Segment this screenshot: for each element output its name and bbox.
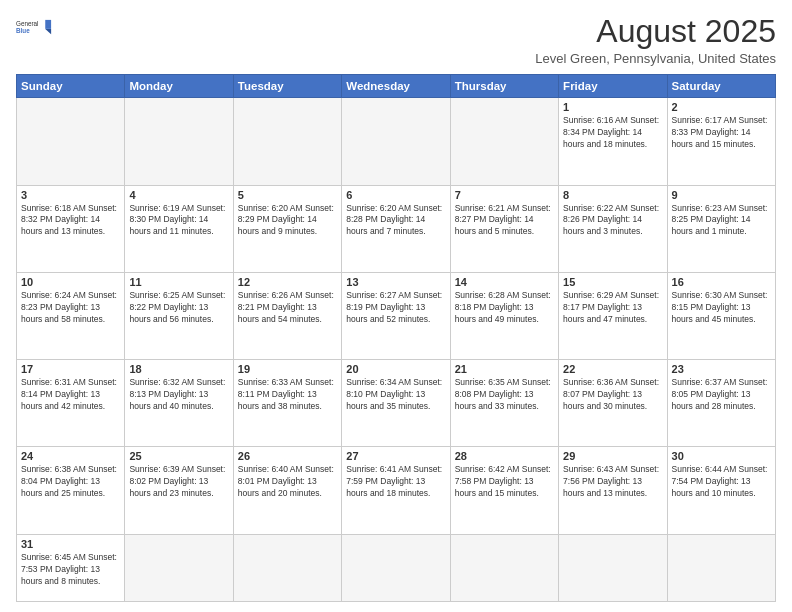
day-number: 15 xyxy=(563,276,662,288)
day-number: 16 xyxy=(672,276,771,288)
day-info: Sunrise: 6:33 AM Sunset: 8:11 PM Dayligh… xyxy=(238,377,337,413)
day-info: Sunrise: 6:38 AM Sunset: 8:04 PM Dayligh… xyxy=(21,464,120,500)
day-number: 18 xyxy=(129,363,228,375)
day-info: Sunrise: 6:20 AM Sunset: 8:28 PM Dayligh… xyxy=(346,203,445,239)
month-year: August 2025 xyxy=(535,14,776,49)
table-row: 16Sunrise: 6:30 AM Sunset: 8:15 PM Dayli… xyxy=(667,272,775,359)
day-number: 24 xyxy=(21,450,120,462)
table-row: 30Sunrise: 6:44 AM Sunset: 7:54 PM Dayli… xyxy=(667,447,775,534)
day-info: Sunrise: 6:42 AM Sunset: 7:58 PM Dayligh… xyxy=(455,464,554,500)
day-info: Sunrise: 6:45 AM Sunset: 7:53 PM Dayligh… xyxy=(21,552,120,588)
table-row: 13Sunrise: 6:27 AM Sunset: 8:19 PM Dayli… xyxy=(342,272,450,359)
day-number: 14 xyxy=(455,276,554,288)
day-number: 9 xyxy=(672,189,771,201)
table-row: 26Sunrise: 6:40 AM Sunset: 8:01 PM Dayli… xyxy=(233,447,341,534)
table-row: 9Sunrise: 6:23 AM Sunset: 8:25 PM Daylig… xyxy=(667,185,775,272)
table-row: 19Sunrise: 6:33 AM Sunset: 8:11 PM Dayli… xyxy=(233,360,341,447)
day-info: Sunrise: 6:32 AM Sunset: 8:13 PM Dayligh… xyxy=(129,377,228,413)
table-row xyxy=(667,534,775,601)
table-row: 24Sunrise: 6:38 AM Sunset: 8:04 PM Dayli… xyxy=(17,447,125,534)
day-number: 10 xyxy=(21,276,120,288)
table-row xyxy=(125,98,233,185)
day-number: 1 xyxy=(563,101,662,113)
table-row xyxy=(233,534,341,601)
table-row xyxy=(559,534,667,601)
day-number: 21 xyxy=(455,363,554,375)
day-info: Sunrise: 6:41 AM Sunset: 7:59 PM Dayligh… xyxy=(346,464,445,500)
day-info: Sunrise: 6:35 AM Sunset: 8:08 PM Dayligh… xyxy=(455,377,554,413)
day-number: 23 xyxy=(672,363,771,375)
table-row: 10Sunrise: 6:24 AM Sunset: 8:23 PM Dayli… xyxy=(17,272,125,359)
svg-text:Blue: Blue xyxy=(16,27,30,34)
day-number: 2 xyxy=(672,101,771,113)
day-info: Sunrise: 6:22 AM Sunset: 8:26 PM Dayligh… xyxy=(563,203,662,239)
day-number: 12 xyxy=(238,276,337,288)
col-wednesday: Wednesday xyxy=(342,75,450,98)
table-row: 17Sunrise: 6:31 AM Sunset: 8:14 PM Dayli… xyxy=(17,360,125,447)
svg-marker-3 xyxy=(45,29,51,34)
page: GeneralBlue August 2025 Level Green, Pen… xyxy=(0,0,792,612)
day-number: 17 xyxy=(21,363,120,375)
day-info: Sunrise: 6:39 AM Sunset: 8:02 PM Dayligh… xyxy=(129,464,228,500)
day-number: 19 xyxy=(238,363,337,375)
day-number: 7 xyxy=(455,189,554,201)
day-info: Sunrise: 6:43 AM Sunset: 7:56 PM Dayligh… xyxy=(563,464,662,500)
day-info: Sunrise: 6:34 AM Sunset: 8:10 PM Dayligh… xyxy=(346,377,445,413)
table-row xyxy=(342,534,450,601)
calendar-table: Sunday Monday Tuesday Wednesday Thursday… xyxy=(16,74,776,602)
table-row: 21Sunrise: 6:35 AM Sunset: 8:08 PM Dayli… xyxy=(450,360,558,447)
table-row xyxy=(450,534,558,601)
table-row: 5Sunrise: 6:20 AM Sunset: 8:29 PM Daylig… xyxy=(233,185,341,272)
table-row: 4Sunrise: 6:19 AM Sunset: 8:30 PM Daylig… xyxy=(125,185,233,272)
table-row xyxy=(233,98,341,185)
day-info: Sunrise: 6:44 AM Sunset: 7:54 PM Dayligh… xyxy=(672,464,771,500)
day-number: 6 xyxy=(346,189,445,201)
day-number: 11 xyxy=(129,276,228,288)
day-number: 29 xyxy=(563,450,662,462)
day-info: Sunrise: 6:21 AM Sunset: 8:27 PM Dayligh… xyxy=(455,203,554,239)
col-tuesday: Tuesday xyxy=(233,75,341,98)
day-number: 13 xyxy=(346,276,445,288)
title-block: August 2025 Level Green, Pennsylvania, U… xyxy=(535,14,776,66)
col-monday: Monday xyxy=(125,75,233,98)
day-number: 26 xyxy=(238,450,337,462)
table-row: 2Sunrise: 6:17 AM Sunset: 8:33 PM Daylig… xyxy=(667,98,775,185)
col-friday: Friday xyxy=(559,75,667,98)
table-row: 11Sunrise: 6:25 AM Sunset: 8:22 PM Dayli… xyxy=(125,272,233,359)
table-row: 18Sunrise: 6:32 AM Sunset: 8:13 PM Dayli… xyxy=(125,360,233,447)
table-row: 29Sunrise: 6:43 AM Sunset: 7:56 PM Dayli… xyxy=(559,447,667,534)
day-info: Sunrise: 6:20 AM Sunset: 8:29 PM Dayligh… xyxy=(238,203,337,239)
day-info: Sunrise: 6:24 AM Sunset: 8:23 PM Dayligh… xyxy=(21,290,120,326)
logo: GeneralBlue xyxy=(16,14,52,42)
calendar-header-row: Sunday Monday Tuesday Wednesday Thursday… xyxy=(17,75,776,98)
table-row: 22Sunrise: 6:36 AM Sunset: 8:07 PM Dayli… xyxy=(559,360,667,447)
day-info: Sunrise: 6:31 AM Sunset: 8:14 PM Dayligh… xyxy=(21,377,120,413)
day-info: Sunrise: 6:37 AM Sunset: 8:05 PM Dayligh… xyxy=(672,377,771,413)
table-row: 28Sunrise: 6:42 AM Sunset: 7:58 PM Dayli… xyxy=(450,447,558,534)
table-row: 20Sunrise: 6:34 AM Sunset: 8:10 PM Dayli… xyxy=(342,360,450,447)
table-row: 3Sunrise: 6:18 AM Sunset: 8:32 PM Daylig… xyxy=(17,185,125,272)
day-number: 27 xyxy=(346,450,445,462)
table-row: 31Sunrise: 6:45 AM Sunset: 7:53 PM Dayli… xyxy=(17,534,125,601)
table-row: 15Sunrise: 6:29 AM Sunset: 8:17 PM Dayli… xyxy=(559,272,667,359)
day-info: Sunrise: 6:36 AM Sunset: 8:07 PM Dayligh… xyxy=(563,377,662,413)
day-number: 3 xyxy=(21,189,120,201)
col-thursday: Thursday xyxy=(450,75,558,98)
day-number: 20 xyxy=(346,363,445,375)
day-number: 8 xyxy=(563,189,662,201)
table-row: 1Sunrise: 6:16 AM Sunset: 8:34 PM Daylig… xyxy=(559,98,667,185)
generalblue-logo-icon: GeneralBlue xyxy=(16,14,52,42)
table-row: 6Sunrise: 6:20 AM Sunset: 8:28 PM Daylig… xyxy=(342,185,450,272)
day-number: 31 xyxy=(21,538,120,550)
day-info: Sunrise: 6:25 AM Sunset: 8:22 PM Dayligh… xyxy=(129,290,228,326)
day-number: 5 xyxy=(238,189,337,201)
table-row xyxy=(342,98,450,185)
table-row: 23Sunrise: 6:37 AM Sunset: 8:05 PM Dayli… xyxy=(667,360,775,447)
day-info: Sunrise: 6:40 AM Sunset: 8:01 PM Dayligh… xyxy=(238,464,337,500)
day-number: 28 xyxy=(455,450,554,462)
day-info: Sunrise: 6:23 AM Sunset: 8:25 PM Dayligh… xyxy=(672,203,771,239)
day-info: Sunrise: 6:17 AM Sunset: 8:33 PM Dayligh… xyxy=(672,115,771,151)
day-info: Sunrise: 6:19 AM Sunset: 8:30 PM Dayligh… xyxy=(129,203,228,239)
day-info: Sunrise: 6:30 AM Sunset: 8:15 PM Dayligh… xyxy=(672,290,771,326)
table-row xyxy=(17,98,125,185)
